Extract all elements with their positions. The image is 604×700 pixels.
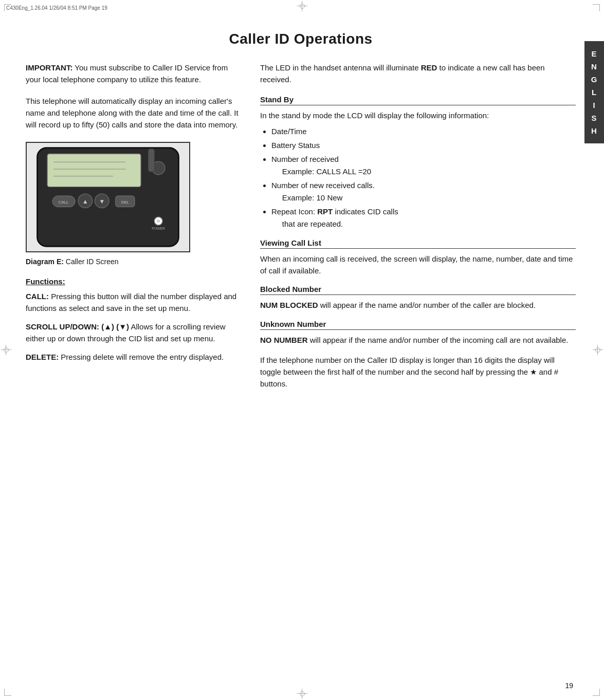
- function-scroll-label: SCROLL UP/DOWN: (▲) (▼): [26, 322, 129, 331]
- side-tab-h: H: [591, 125, 597, 136]
- svg-point-16: [157, 219, 160, 223]
- unknown-heading: Unknown Number: [260, 320, 576, 330]
- digit-text: If the telephone number on the Caller ID…: [260, 354, 576, 390]
- bullet-repeat-icon: Repeat Icon: RPT indicates CID calls tha…: [271, 206, 576, 230]
- diagram-box: CALL ▲ ▼ DEL POWER: [26, 142, 190, 252]
- diagram-caption: Diagram E: Caller ID Screen: [26, 257, 242, 266]
- svg-text:POWER: POWER: [152, 227, 165, 230]
- digit-section: If the telephone number on the Caller ID…: [260, 354, 576, 390]
- crosshair-right: [593, 345, 603, 355]
- viewing-heading: Viewing Call List: [260, 238, 576, 249]
- page-wrapper: C430Eng_1.26.04 1/26/04 8:51 PM Page 19 …: [0, 0, 604, 700]
- important-block: IMPORTANT: You must subscribe to Caller …: [26, 62, 242, 86]
- side-tab: E N G L I S H: [584, 41, 604, 143]
- blocked-body: will appear if the name and/or number of…: [318, 301, 536, 309]
- svg-text:▼: ▼: [99, 198, 105, 205]
- auto-display-block: This telephone will automatically displa…: [26, 95, 242, 131]
- num-blocked-bold: NUM BLOCKED: [260, 301, 318, 309]
- svg-rect-18: [149, 149, 155, 172]
- viewing-text: When an incoming call is received, the s…: [260, 253, 576, 277]
- side-tab-l: L: [592, 87, 597, 98]
- page-title: Caller ID Operations: [26, 31, 576, 47]
- function-delete-label: DELETE:: [26, 353, 59, 361]
- svg-rect-2: [47, 154, 141, 187]
- viewing-section: Viewing Call List When an incoming call …: [260, 238, 576, 277]
- function-call: CALL: Pressing this button will dial the…: [26, 291, 242, 314]
- side-tab-g: G: [591, 74, 598, 85]
- function-scroll: SCROLL UP/DOWN: (▲) (▼) Allows for a scr…: [26, 321, 242, 344]
- two-column-layout: IMPORTANT: You must subscribe to Caller …: [26, 62, 576, 398]
- bullet-number-received: Number of received Example: CALLS ALL =2…: [271, 153, 576, 178]
- led-bold: RED: [421, 63, 437, 72]
- bullet-battery: Battery Status: [271, 139, 576, 152]
- crop-mark-bl: [4, 689, 11, 696]
- side-tab-i: I: [593, 100, 595, 110]
- left-column: IMPORTANT: You must subscribe to Caller …: [26, 62, 242, 398]
- auto-display-text: This telephone will automatically displa…: [26, 97, 239, 130]
- unknown-section: Unknown Number NO NUMBER will appear if …: [260, 320, 576, 346]
- standby-bullets: Date/Time Battery Status Number of recei…: [260, 125, 576, 230]
- diagram-caption-text: Caller ID Screen: [64, 257, 119, 266]
- svg-text:CALL: CALL: [59, 200, 69, 205]
- crosshair-left: [1, 345, 11, 355]
- blocked-section: Blocked Number NUM BLOCKED will appear i…: [260, 285, 576, 311]
- crosshair-bottom: [297, 689, 307, 699]
- standby-heading: Stand By: [260, 95, 576, 105]
- header-bar: C430Eng_1.26.04 1/26/04 8:51 PM Page 19: [0, 0, 604, 15]
- unknown-body: will appear if the name and/or number of…: [308, 336, 569, 344]
- bullet-new-calls: Number of new received calls. Example: 1…: [271, 179, 576, 204]
- function-delete: DELETE: Pressing delete will remove the …: [26, 352, 242, 363]
- diagram-svg: CALL ▲ ▼ DEL POWER: [27, 143, 189, 251]
- important-label: IMPORTANT:: [26, 63, 72, 72]
- header-text: C430Eng_1.26.04 1/26/04 8:51 PM Page 19: [6, 5, 107, 11]
- svg-text:▲: ▲: [82, 198, 88, 205]
- side-tab-n: N: [591, 61, 597, 72]
- function-delete-text: Pressing delete will remove the entry di…: [59, 353, 224, 361]
- led-block: The LED in the handset antenna will illu…: [260, 62, 576, 86]
- rpt-bold: RPT: [317, 207, 333, 216]
- content-area: Caller ID Operations IMPORTANT: You must…: [26, 15, 576, 679]
- unknown-text: NO NUMBER will appear if the name and/or…: [260, 334, 576, 346]
- side-tab-s: S: [591, 113, 597, 123]
- no-number-bold: NO NUMBER: [260, 336, 308, 344]
- right-column: The LED in the handset antenna will illu…: [260, 62, 576, 398]
- standby-intro: In the stand by mode the LCD will displa…: [260, 109, 576, 121]
- functions-header: Functions:: [26, 277, 242, 286]
- svg-text:DEL: DEL: [121, 200, 130, 205]
- blocked-heading: Blocked Number: [260, 285, 576, 295]
- diagram-caption-bold: Diagram E:: [26, 257, 64, 266]
- function-call-label: CALL:: [26, 292, 49, 301]
- crop-mark-br: [593, 689, 600, 696]
- led-text: The LED in the handset antenna will illu…: [260, 63, 421, 72]
- bullet-datetime: Date/Time: [271, 125, 576, 138]
- function-call-text: Pressing this button will dial the numbe…: [26, 292, 236, 312]
- standby-section: Stand By In the stand by mode the LCD wi…: [260, 95, 576, 230]
- blocked-text: NUM BLOCKED will appear if the name and/…: [260, 299, 576, 311]
- side-tab-e: E: [591, 48, 597, 59]
- page-number: 19: [565, 681, 573, 690]
